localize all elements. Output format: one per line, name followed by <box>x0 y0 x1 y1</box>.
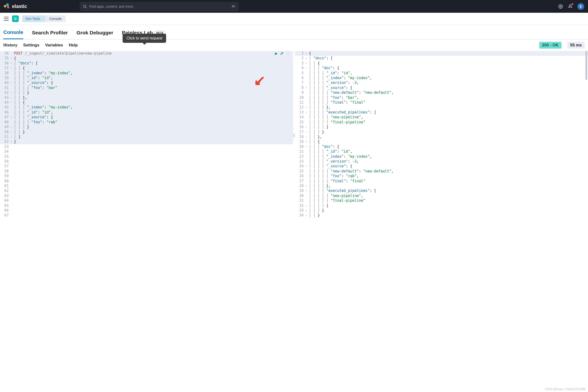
code-line[interactable]: 40▾│ │ │ "_source": { <box>0 80 293 85</box>
code-line[interactable]: 32▴│ │ │ │ ] <box>295 203 588 208</box>
code-line[interactable]: 48│ │ │ │ "foo": "rab" <box>0 120 293 124</box>
code-line[interactable]: 58 <box>0 169 293 174</box>
code-line[interactable]: 39│ │ │ "_id": "id", <box>0 76 293 80</box>
tab-search-profiler[interactable]: Search Profiler <box>32 30 68 39</box>
code-line[interactable]: 30│ │ │ │ │ "new-pipeline", <box>295 193 588 198</box>
code-line[interactable]: 34▴│ │ } <box>295 213 588 218</box>
code-line[interactable]: 8▾│ │ │ │ "_source": { <box>295 85 588 90</box>
code-line[interactable]: 19▾│ │ { <box>295 139 588 144</box>
code-line[interactable]: 5│ │ │ │ "_id": "id", <box>295 71 588 76</box>
brand-logo[interactable]: elastic <box>4 3 27 10</box>
news-icon[interactable] <box>568 4 573 9</box>
code-line[interactable]: 34POST /_ingest/_simulate?pipeline=new-p… <box>0 51 293 56</box>
breadcrumb-devtools[interactable]: Dev Tools <box>22 16 44 22</box>
space-badge[interactable]: D <box>12 16 19 22</box>
code-line[interactable]: 10│ │ │ │ │ "foo": "bar", <box>295 95 588 100</box>
request-pane[interactable]: ▶ ⋮ 34POST /_ingest/_simulate?pipeline=n… <box>0 51 293 219</box>
code-line[interactable]: 6│ │ │ │ "_index": "my-index", <box>295 76 588 80</box>
help-icon[interactable] <box>558 4 563 9</box>
code-line[interactable]: 7│ │ │ │ "_version": -3, <box>295 80 588 85</box>
code-line[interactable]: 1▾{ <box>295 51 588 56</box>
code-line[interactable]: 38│ │ │ "_index": "my-index", <box>0 71 293 76</box>
code-line[interactable]: 33▴│ │ │ } <box>295 208 588 213</box>
code-line[interactable]: 43▴│ │ }, <box>0 95 293 100</box>
pane-resizer[interactable]: ‖ <box>293 51 295 219</box>
code-line[interactable]: 59 <box>0 174 293 178</box>
code-line[interactable]: 64 <box>0 198 293 203</box>
user-avatar[interactable]: E <box>578 3 584 10</box>
code-line[interactable]: 26│ │ │ │ │ "foo": "rab", <box>295 174 588 178</box>
more-icon[interactable]: ⋮ <box>286 52 290 55</box>
editor-panes: ▶ ⋮ 34POST /_ingest/_simulate?pipeline=n… <box>0 51 588 219</box>
tab-bar: Console Search Profiler Grok Debugger Pa… <box>0 25 588 40</box>
scrollbar-thumb[interactable] <box>585 51 587 80</box>
code-line[interactable]: 28▴│ │ │ │ }, <box>295 184 588 188</box>
response-pane[interactable]: 1▾{2▾│ "docs": [3▾│ │ {4▾│ │ │ "doc": {5… <box>295 51 588 219</box>
code-line[interactable]: 45│ │ │ "_index": "my-index", <box>0 105 293 110</box>
code-line[interactable]: 54 <box>0 149 293 154</box>
code-line[interactable]: 36▾│ "docs": [ <box>0 61 293 66</box>
code-line[interactable]: 22│ │ │ │ "_index": "my-index", <box>295 154 588 159</box>
code-line[interactable]: 49▴│ │ │ } <box>0 124 293 130</box>
code-line[interactable]: 42▴│ │ │ } <box>0 90 293 95</box>
top-bar: elastic Find apps, content, and more. ⌘/… <box>0 0 588 13</box>
code-line[interactable]: 61 <box>0 184 293 188</box>
toolbar-variables[interactable]: Variables <box>45 43 63 48</box>
latency-badge: 55 ms <box>567 42 585 48</box>
code-line[interactable]: 17▴│ │ │ } <box>295 130 588 134</box>
code-line[interactable]: 25│ │ │ │ │ "new-default": "new-default"… <box>295 169 588 174</box>
status-badge: 200 - OK <box>539 42 562 48</box>
tab-grok-debugger[interactable]: Grok Debugger <box>76 30 113 39</box>
code-line[interactable]: 57 <box>0 164 293 168</box>
wrench-icon[interactable] <box>280 51 284 56</box>
code-line[interactable]: 31│ │ │ │ │ "final-pipeline" <box>295 198 588 203</box>
code-line[interactable]: 23│ │ │ │ "_version": -3, <box>295 159 588 164</box>
code-line[interactable]: 53 <box>0 144 293 149</box>
toolbar-settings[interactable]: Settings <box>23 43 39 48</box>
code-line[interactable]: 9│ │ │ │ │ "new-default": "new-default", <box>295 90 588 95</box>
code-line[interactable]: 67 <box>0 213 293 218</box>
code-line[interactable]: 29▾│ │ │ │ "executed_pipelines": [ <box>295 188 588 193</box>
code-line[interactable]: 2▾│ "docs": [ <box>295 56 588 60</box>
code-line[interactable]: 16▴│ │ │ │ ] <box>295 124 588 130</box>
global-search-input[interactable]: Find apps, content, and more. ⌘/ <box>80 2 238 11</box>
code-line[interactable]: 27│ │ │ │ │ "final": "final" <box>295 179 588 184</box>
play-icon[interactable]: ▶ <box>275 52 278 55</box>
code-line[interactable]: 14│ │ │ │ │ "new-pipeline", <box>295 115 588 120</box>
code-line[interactable]: 20▾│ │ │ "doc": { <box>295 144 588 149</box>
code-line[interactable]: 37▾│ │ { <box>0 66 293 70</box>
code-line[interactable]: 3▾│ │ { <box>295 61 588 66</box>
toolbar-help[interactable]: Help <box>69 43 78 48</box>
code-line[interactable]: 65 <box>0 203 293 208</box>
code-line[interactable]: 41│ │ │ │ "foo": "bar" <box>0 85 293 90</box>
annotation-arrow-icon <box>255 77 264 86</box>
toolbar-history[interactable]: History <box>3 43 17 48</box>
sub-header: D Dev Tools Console <box>0 13 588 25</box>
code-line[interactable]: 47▾│ │ │ "_source": { <box>0 115 293 120</box>
tab-console[interactable]: Console <box>3 29 23 39</box>
code-line[interactable]: 21│ │ │ │ "_id": "id", <box>295 149 588 154</box>
code-line[interactable]: 15│ │ │ │ │ "final-pipeline" <box>295 120 588 124</box>
nav-toggle-icon[interactable] <box>4 17 9 21</box>
code-line[interactable]: 4▾│ │ │ "doc": { <box>295 66 588 70</box>
code-line[interactable]: 50▴│ │ } <box>0 130 293 134</box>
svg-point-3 <box>560 6 561 7</box>
code-line[interactable]: 46│ │ │ "_id": "id", <box>0 110 293 115</box>
code-line[interactable]: 52▴} <box>0 139 293 144</box>
code-line[interactable]: 60 <box>0 179 293 184</box>
elastic-logo-icon <box>4 3 10 10</box>
code-line[interactable]: 44▾│ │ { <box>0 100 293 105</box>
code-line[interactable]: 56 <box>0 159 293 164</box>
code-line[interactable]: 55 <box>0 154 293 159</box>
code-line[interactable]: 12▴│ │ │ │ }, <box>295 105 588 110</box>
code-line[interactable]: 51▴│ ] <box>0 134 293 139</box>
code-line[interactable]: 35▾{ <box>0 56 293 60</box>
code-line[interactable]: 13▾│ │ │ │ "executed_pipelines": [ <box>295 110 588 115</box>
code-line[interactable]: 24▾│ │ │ │ "_source": { <box>295 164 588 168</box>
code-line[interactable]: 63 <box>0 193 293 198</box>
code-line[interactable]: 11│ │ │ │ │ "final": "final" <box>295 100 588 105</box>
code-line[interactable]: 18▴│ │ }, <box>295 134 588 139</box>
code-line[interactable]: 62 <box>0 188 293 193</box>
code-line[interactable]: 66 <box>0 208 293 213</box>
breadcrumb-console[interactable]: Console <box>44 16 65 22</box>
